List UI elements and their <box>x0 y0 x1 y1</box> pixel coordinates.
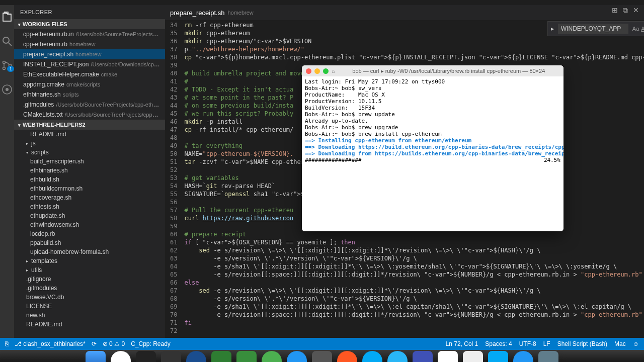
find-input[interactable] <box>558 24 628 34</box>
working-file-item[interactable]: EthExecutableHelper.cmakecmake <box>14 69 165 79</box>
tab-filename[interactable]: prepare_receipt.sh <box>170 9 224 17</box>
working-file-item[interactable]: appdmg.cmakecmake/scripts <box>14 79 165 89</box>
dock-app-icon[interactable] <box>387 351 408 362</box>
activity-bar: 1 <box>0 5 14 338</box>
tree-file[interactable]: ethcoverage.sh <box>14 193 165 202</box>
svg-point-3 <box>3 67 6 70</box>
tree-file[interactable]: README.md <box>14 130 165 139</box>
split-editor-icon[interactable]: ⊞ <box>612 6 618 15</box>
dock-app-icon[interactable] <box>287 351 307 362</box>
tree-file[interactable]: ethupdate.sh <box>14 211 165 220</box>
working-file-item[interactable]: CMakeLists.txt/Users/bob/SourceTreeProje… <box>14 110 165 120</box>
find-widget: ▸ Aa Ab .* No results ← → ☰ ✕ <box>547 21 644 36</box>
minimize-icon[interactable] <box>314 68 320 74</box>
remote-icon[interactable]: ⎘ <box>5 340 9 347</box>
dock-app-icon[interactable] <box>337 351 357 362</box>
dock-app-icon[interactable] <box>186 351 206 362</box>
sidebar: EXPLORER WORKING FILES cpp-ethereum.rb.i… <box>14 5 165 338</box>
tree-file[interactable]: upload-homebrew-formula.sh <box>14 247 165 256</box>
titlebar-icons: ⊞ ⧉ ✕ <box>612 6 639 15</box>
tab-bar: prepare_receipt.sh homebrew <box>165 5 644 20</box>
status-bar: ⎘ ⎇ clash_osx_ethbinaries* ⟳ ⊘ 0 ⚠ 0 C_C… <box>0 338 644 350</box>
tree-file[interactable]: ethbuildcommon.sh <box>14 184 165 193</box>
terminal-body[interactable]: Last login: Fri May 27 17:09:22 on ttys0… <box>302 76 564 231</box>
tree-file[interactable]: ethbinaries.sh <box>14 166 165 175</box>
find-options: Aa Ab .* <box>632 26 644 32</box>
tree-file[interactable]: new.sh <box>14 311 165 320</box>
sidebar-title: EXPLORER <box>14 5 165 19</box>
tree-folder[interactable]: scripts <box>14 148 165 157</box>
tab-hint: homebrew <box>227 10 253 16</box>
svg-point-2 <box>3 61 6 64</box>
dock-app-icon[interactable] <box>413 351 433 362</box>
tree-file[interactable]: .gitignore <box>14 275 165 284</box>
working-files-header[interactable]: WORKING FILES <box>14 19 165 29</box>
close-editor-icon[interactable]: ✕ <box>633 6 639 15</box>
tree-file[interactable]: ethwindowsenv.sh <box>14 220 165 229</box>
scm-badge: 1 <box>7 66 14 72</box>
working-file-item[interactable]: .gitmodules/Users/bob/SourceTreeProjects… <box>14 100 165 110</box>
debug-icon[interactable] <box>0 82 14 97</box>
close-icon[interactable] <box>306 68 311 74</box>
indent[interactable]: Spaces: 4 <box>485 340 512 347</box>
tree-file[interactable]: README.md <box>14 320 165 329</box>
svg-point-0 <box>3 37 9 43</box>
working-file-item[interactable]: ethbinaries.shscripts <box>14 89 165 100</box>
os-indicator[interactable]: Mac <box>614 340 626 347</box>
dock-app-icon[interactable] <box>438 351 458 362</box>
dock <box>0 350 644 362</box>
tree-folder[interactable]: js <box>14 139 165 148</box>
terminal-title: bob — curl ▸ ruby -W0 /usr/local/Library… <box>338 68 559 74</box>
maximize-icon[interactable] <box>323 68 329 74</box>
search-icon[interactable] <box>0 34 14 48</box>
more-icon[interactable]: ⧉ <box>623 6 628 15</box>
dock-app-icon[interactable] <box>236 351 257 362</box>
feedback-icon[interactable]: ☺ <box>633 340 639 347</box>
git-branch[interactable]: ⎇ clash_osx_ethbinaries* <box>15 340 86 347</box>
working-file-item[interactable]: prepare_receipt.shhomebrew <box>14 49 165 59</box>
dock-app-icon[interactable] <box>463 351 483 362</box>
dock-chrome-icon[interactable] <box>111 351 131 362</box>
terminal-window[interactable]: ⌂ bob — curl ▸ ruby -W0 /usr/local/Libra… <box>302 65 564 231</box>
terminal-titlebar[interactable]: ⌂ bob — curl ▸ ruby -W0 /usr/local/Libra… <box>302 65 564 76</box>
find-history-icon[interactable]: ▸ <box>551 25 554 32</box>
encoding[interactable]: UTF-8 <box>519 340 536 347</box>
dock-app-icon[interactable] <box>161 351 181 362</box>
tree-file[interactable]: LICENSE <box>14 302 165 311</box>
tree-file[interactable]: build_emscripten.sh <box>14 157 165 166</box>
dock-settings-icon[interactable] <box>312 351 332 362</box>
language-mode[interactable]: Shell Script (Bash) <box>557 340 607 347</box>
tree-file[interactable]: ethbuild.sh <box>14 175 165 184</box>
svg-point-6 <box>6 88 9 91</box>
sync-icon[interactable]: ⟳ <box>92 340 97 347</box>
explorer-icon[interactable] <box>0 10 14 24</box>
tree-folder[interactable]: templates <box>14 256 165 265</box>
tree-file[interactable]: ppabuild.sh <box>14 238 165 247</box>
tree-file[interactable]: browse.VC.db <box>14 293 165 302</box>
dock-skype-icon[interactable] <box>362 351 382 362</box>
home-icon: ⌂ <box>332 68 335 74</box>
dock-trash-icon[interactable] <box>538 351 558 362</box>
working-file-item[interactable]: cpp-ethereum.rbhomebrew <box>14 39 165 49</box>
dock-app-icon[interactable] <box>262 351 282 362</box>
dock-app-icon[interactable] <box>488 351 508 362</box>
tree-folder[interactable]: utils <box>14 265 165 275</box>
tree-file[interactable]: locdep.rb <box>14 229 165 238</box>
scm-icon[interactable]: 1 <box>0 58 14 72</box>
tree-file[interactable]: ethtests.sh <box>14 202 165 211</box>
dock-terminal-icon[interactable] <box>136 351 156 362</box>
dock-app-icon[interactable] <box>211 351 231 362</box>
tree-file[interactable]: .gitmodules <box>14 284 165 293</box>
problems[interactable]: ⊘ 0 ⚠ 0 <box>103 340 125 347</box>
project-header[interactable]: WEBTHREE-HELPERS2 <box>14 120 165 130</box>
match-case-icon[interactable]: Aa <box>632 26 639 32</box>
working-file-item[interactable]: INSTALL_RECEIPT.json/Users/bob/Downloads… <box>14 59 165 69</box>
dock-safari-icon[interactable] <box>513 351 533 362</box>
cursor-position[interactable]: Ln 72, Col 1 <box>446 340 478 347</box>
working-file-item[interactable]: cpp-ethereum.rb.in/Users/bob/SourceTreeP… <box>14 29 165 39</box>
cpp-status[interactable]: C_Cpp: Ready <box>131 340 171 347</box>
dock-finder-icon[interactable] <box>86 351 106 362</box>
whole-word-icon[interactable]: Ab <box>641 26 644 32</box>
eol[interactable]: LF <box>543 340 550 347</box>
svg-line-1 <box>9 43 12 46</box>
